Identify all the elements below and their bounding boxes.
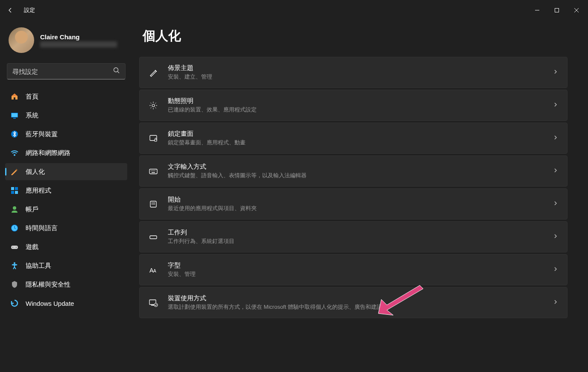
item-title: 裝置使用方式: [168, 294, 543, 302]
item-text: 動態照明 已連線的裝置、效果、應用程式設定: [168, 97, 543, 114]
nav-item-bluetooth[interactable]: 藍牙與裝置: [5, 126, 127, 143]
nav-item-time[interactable]: 時間與語言: [5, 220, 127, 237]
item-desc: 安裝、建立、管理: [168, 73, 543, 81]
nav-item-gaming[interactable]: 遊戲: [5, 238, 127, 255]
back-button[interactable]: [2, 2, 19, 19]
close-icon: [574, 8, 579, 12]
lock-icon: [148, 133, 158, 144]
svg-rect-47: [151, 305, 154, 306]
time-icon: [10, 224, 19, 232]
font-icon: AA: [148, 265, 158, 275]
settings-item-start[interactable]: 開始 最近使用的應用程式與項目、資料夾: [139, 188, 568, 220]
search-box[interactable]: [7, 63, 126, 79]
nav-item-network[interactable]: 網路和網際網路: [5, 144, 127, 161]
nav-label: 網路和網際網路: [26, 149, 70, 157]
minimize-button[interactable]: [527, 3, 547, 17]
item-text: 工作列 工作列行為、系統釘選項目: [168, 228, 543, 245]
nav-item-account[interactable]: 帳戶: [5, 201, 127, 218]
avatar: [9, 27, 34, 53]
svg-point-40: [152, 204, 152, 205]
svg-rect-11: [15, 191, 18, 194]
svg-line-24: [151, 103, 152, 103]
search-input[interactable]: [12, 68, 113, 75]
lighting-icon: [148, 100, 158, 111]
svg-rect-9: [15, 187, 18, 190]
svg-text:A: A: [153, 269, 156, 273]
theme-icon: [148, 67, 158, 78]
settings-item-keyboard[interactable]: 文字輸入方式 觸控式鍵盤、語音輸入、表情圖示等，以及輸入法編輯器: [139, 155, 568, 187]
item-text: 佈景主題 安裝、建立、管理: [168, 64, 543, 81]
svg-rect-0: [555, 9, 559, 12]
item-text: 字型 安裝、管理: [168, 261, 543, 278]
settings-item-taskbar[interactable]: 工作列 工作列行為、系統釘選項目: [139, 221, 568, 252]
item-desc: 安裝、管理: [168, 270, 543, 278]
profile-name: Claire Chang: [40, 33, 117, 41]
accessibility-icon: [10, 261, 19, 270]
settings-item-theme[interactable]: 佈景主題 安裝、建立、管理: [139, 57, 568, 88]
nav-item-accessibility[interactable]: 協助工具: [5, 257, 127, 274]
nav-list: 首頁系統藍牙與裝置網路和網際網路個人化應用程式帳戶時間與語言遊戲協助工具隱私權與…: [5, 88, 127, 312]
app-title: 設定: [24, 6, 35, 14]
nav-item-home[interactable]: 首頁: [5, 88, 127, 105]
svg-rect-10: [11, 191, 14, 194]
chevron-right-icon: [553, 266, 559, 274]
item-desc: 已連線的裝置、效果、應用程式設定: [168, 106, 543, 114]
settings-item-usage[interactable]: 裝置使用方式 選取計劃使用裝置的所有方式，以便在 Microsoft 體驗中取得…: [139, 287, 568, 318]
item-desc: 鎖定螢幕畫面、應用程式、動畫: [168, 139, 543, 146]
personalize-icon: [10, 167, 19, 176]
taskbar-icon: [148, 232, 158, 242]
minimize-icon: [535, 8, 539, 12]
back-arrow-icon: [7, 7, 14, 14]
nav-label: 藍牙與裝置: [26, 130, 58, 138]
profile-section[interactable]: Claire Chang: [5, 21, 127, 63]
nav-item-personalize[interactable]: 個人化: [5, 163, 127, 180]
item-text: 文字輸入方式 觸控式鍵盤、語音輸入、表情圖示等，以及輸入法編輯器: [168, 163, 543, 179]
content: 個人化 佈景主題 安裝、建立、管理 動態照明 已連線的裝置、效果、應用: [132, 21, 588, 372]
svg-point-37: [152, 202, 152, 203]
svg-rect-29: [155, 139, 157, 141]
chevron-right-icon: [553, 200, 559, 208]
item-title: 佈景主題: [168, 64, 543, 72]
profile-text: Claire Chang: [40, 33, 117, 47]
item-desc: 最近使用的應用程式與項目、資料夾: [168, 205, 543, 212]
close-button[interactable]: [567, 3, 586, 17]
nav-label: Windows Update: [26, 300, 74, 307]
item-desc: 觸控式鍵盤、語音輸入、表情圖示等，以及輸入法編輯器: [168, 172, 543, 179]
maximize-button[interactable]: [547, 3, 567, 17]
nav-label: 遊戲: [26, 243, 38, 251]
svg-point-12: [13, 206, 16, 210]
svg-line-25: [155, 107, 156, 108]
start-icon: [148, 199, 158, 209]
nav-label: 個人化: [26, 168, 45, 176]
item-text: 鎖定畫面 鎖定螢幕畫面、應用程式、動畫: [168, 130, 543, 146]
svg-rect-30: [149, 169, 157, 174]
svg-rect-3: [12, 113, 18, 117]
nav-item-apps[interactable]: 應用程式: [5, 182, 127, 199]
svg-rect-15: [11, 246, 18, 249]
svg-rect-43: [150, 236, 157, 239]
update-icon: [10, 299, 19, 308]
svg-rect-32: [152, 170, 153, 171]
maximize-icon: [555, 8, 559, 12]
chevron-right-icon: [553, 135, 559, 142]
settings-item-lighting[interactable]: 動態照明 已連線的裝置、效果、應用程式設定: [139, 90, 568, 121]
nav-item-system[interactable]: 系統: [5, 107, 127, 124]
keyboard-icon: [148, 166, 158, 176]
item-title: 動態照明: [168, 97, 543, 105]
item-desc: 選取計劃使用裝置的所有方式，以便在 Microsoft 體驗中取得個人化的提示、…: [168, 303, 543, 311]
svg-point-39: [154, 202, 155, 203]
chevron-right-icon: [553, 69, 559, 76]
svg-line-27: [155, 103, 156, 103]
page-title: 個人化: [139, 27, 568, 45]
settings-item-lock[interactable]: 鎖定畫面 鎖定螢幕畫面、應用程式、動畫: [139, 123, 568, 154]
account-icon: [10, 205, 19, 214]
svg-point-38: [153, 202, 154, 203]
svg-rect-33: [153, 170, 154, 171]
nav-item-update[interactable]: Windows Update: [5, 295, 127, 312]
item-title: 開始: [168, 196, 543, 204]
svg-point-42: [154, 204, 155, 205]
settings-item-font[interactable]: AA 字型 安裝、管理: [139, 254, 568, 285]
item-title: 字型: [168, 261, 543, 269]
svg-point-16: [12, 247, 13, 248]
nav-item-privacy[interactable]: 隱私權與安全性: [5, 276, 127, 293]
